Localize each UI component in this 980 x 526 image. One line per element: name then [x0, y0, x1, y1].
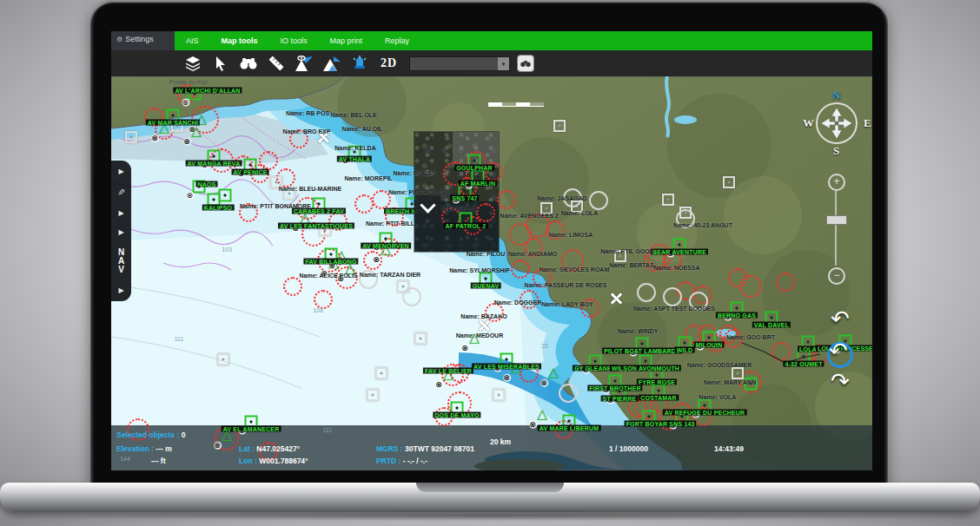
name-label: Name: AVENGEES 2 — [500, 213, 558, 219]
poi-marker[interactable] — [375, 367, 387, 379]
edit-pencil-icon[interactable]: ✎ — [116, 188, 126, 195]
nav-side-panel[interactable]: ▶ ✎ ▶ ▶ N A V ▶ — [111, 161, 131, 301]
zoom-in-button[interactable]: + — [828, 174, 845, 191]
measure-icon[interactable] — [266, 53, 287, 74]
name-label: Name: PASSEUR DE ROSES — [525, 282, 607, 288]
binoculars-icon[interactable] — [238, 53, 259, 74]
zone-circle-marker[interactable] — [637, 283, 656, 302]
menu-io-tools[interactable]: IO tools — [269, 36, 319, 45]
settings-menu[interactable]: ⚙ Settings — [116, 35, 154, 43]
name-label: Name: GEVOLES ROAM — [540, 266, 610, 273]
asset-label: FYRE ROSE — [637, 379, 677, 385]
danger-zone-marker[interactable] — [283, 277, 302, 296]
poi-marker[interactable] — [723, 176, 735, 188]
cross-marker[interactable] — [478, 319, 490, 332]
asset-label: SNS 747 — [450, 195, 479, 201]
poi-marker[interactable] — [414, 332, 427, 345]
asset-label: GUENAV — [471, 283, 501, 289]
object-search-combobox[interactable]: ▾ — [409, 56, 510, 71]
zoom-slider-track[interactable] — [835, 191, 837, 266]
poi-marker[interactable] — [732, 367, 744, 379]
pointer-icon[interactable] — [210, 53, 231, 74]
mgrs-value: 30TWT 92047 08701 — [405, 444, 474, 453]
danger-zone-marker[interactable] — [497, 190, 516, 209]
expand-arrow-icon[interactable]: ▶ — [118, 209, 123, 217]
danger-zone-marker[interactable] — [739, 275, 762, 298]
laptop-hinge-notch — [416, 483, 564, 492]
asset-label: COSTAMAR — [639, 395, 679, 401]
compass-west-label[interactable]: W — [803, 116, 814, 130]
menu-replay[interactable]: Replay — [374, 36, 420, 45]
depth-label: 144 — [120, 456, 130, 462]
poi-marker[interactable] — [367, 389, 379, 401]
asset-label: 4-32 OUMET — [783, 361, 824, 367]
scale-bar-label: 20 km — [490, 437, 511, 446]
compass-south-label[interactable]: S — [833, 144, 839, 158]
selected-objects-readout: Selected objects : 0 — [116, 431, 185, 439]
name-label: Name: MARY ANN — [704, 379, 756, 385]
poi-marker[interactable] — [493, 389, 505, 401]
zone-circle-marker[interactable] — [402, 287, 421, 306]
undo-step-button[interactable]: ↶ — [829, 341, 848, 360]
zone-circle-marker[interactable] — [559, 384, 578, 403]
chevron-down-icon — [420, 197, 435, 213]
poi-marker[interactable] — [217, 353, 229, 365]
danger-zone-marker[interactable] — [776, 273, 795, 292]
zoom-slider-handle[interactable] — [826, 215, 847, 225]
anchor-point-icon: ⊗ — [183, 138, 191, 146]
danger-zone-marker[interactable] — [771, 342, 791, 361]
viewshed-icon[interactable] — [294, 53, 315, 74]
compass-north-label[interactable]: N — [832, 89, 840, 102]
name-label: Name: DOGGER — [494, 299, 541, 306]
asset-label: BERNO GAS — [716, 312, 758, 319]
terrain-analysis-icon[interactable] — [321, 53, 342, 74]
nav-buoy-marker[interactable]: △⊗ — [191, 125, 202, 138]
asset-label: SNS 143 — [667, 421, 696, 427]
anchor-point-icon: ⊗ — [373, 256, 381, 264]
zone-circle-marker[interactable] — [589, 191, 608, 210]
map-canvas[interactable]: ⊗⊗⊗⊗⊗⊗⊗⊗⊗⊗⊗⊗⊗⊗⊗⊗⊗⊗⊗⊗△⊗△⊗△⊗△⊗△⊗△⊗△⊗△⊗△⊗△⊗… — [111, 76, 872, 470]
poi-marker[interactable] — [662, 194, 674, 206]
name-label: Name: ALICE POLIS — [299, 273, 357, 279]
danger-zone-marker[interactable] — [476, 203, 495, 222]
menu-map-tools[interactable]: Map tools — [210, 36, 269, 45]
collapse-panel-button[interactable] — [414, 195, 440, 218]
cross-marker[interactable] — [610, 293, 622, 305]
depth-label: 108 — [313, 307, 323, 313]
anchor-point-icon: ⊗ — [540, 379, 548, 387]
vessel-marker[interactable] — [219, 189, 232, 202]
nav-buoy-marker[interactable]: △⊗ — [548, 366, 559, 379]
alert-beacon-icon[interactable] — [349, 53, 370, 74]
compass-rose[interactable]: N W E S — [798, 85, 872, 163]
name-label: Name: LADY BOY — [541, 301, 593, 307]
compass-east-label[interactable]: E — [864, 116, 871, 130]
search-button[interactable] — [517, 55, 534, 72]
chevron-down-icon[interactable]: ▾ — [498, 57, 509, 70]
zoom-out-button[interactable]: − — [828, 267, 845, 285]
name-label: Name: ANDIAMO — [508, 251, 558, 257]
name-label: Name: MEDOUR — [456, 332, 503, 339]
poi-marker[interactable] — [553, 120, 566, 132]
danger-zone-marker[interactable] — [511, 260, 530, 279]
name-label: Name: PILE-POIL SO — [388, 189, 449, 195]
asset-label: FAV BILLABONG — [303, 259, 358, 265]
redo-button[interactable]: ↷ — [831, 371, 850, 391]
menu-ais[interactable]: AIS — [175, 36, 210, 45]
expand-arrow-icon[interactable]: ▶ — [118, 168, 123, 175]
name-label: Name: 40-23 ANGUT — [673, 222, 732, 228]
poi-marker[interactable] — [125, 131, 137, 143]
undo-button[interactable]: ↶ — [831, 309, 850, 328]
menu-map-print[interactable]: Map print — [319, 36, 374, 45]
nav-buoy-marker[interactable]: △⊗ — [537, 408, 547, 421]
asset-label: AV MENORVEN — [361, 243, 411, 249]
layers-icon[interactable] — [182, 53, 203, 74]
expand-arrow-icon[interactable]: ▶ — [118, 286, 123, 294]
asset-label: FORT BOYARD — [625, 421, 674, 427]
lon-value: W001.788674° — [259, 457, 308, 465]
danger-zone-marker[interactable] — [354, 194, 374, 214]
anchor-point-icon: ⊗ — [503, 374, 511, 382]
expand-arrow-icon[interactable]: ▶ — [118, 228, 123, 236]
2d-mode-button[interactable]: 2D — [381, 56, 397, 70]
zone-circle-marker[interactable] — [663, 287, 682, 306]
asset-label: GOULPHAR — [454, 165, 494, 171]
